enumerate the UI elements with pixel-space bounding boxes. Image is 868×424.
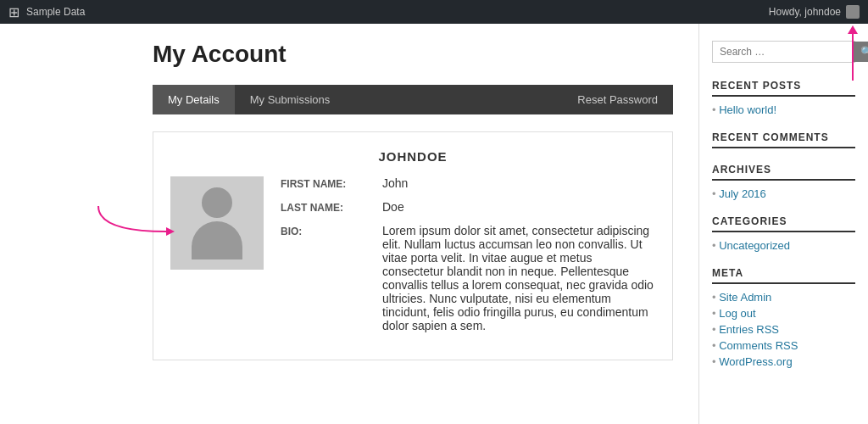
arrow-up-line-icon: [852, 34, 854, 81]
sidebar: 🔍 RECENT POSTS Hello world! RECENT COMME…: [698, 24, 868, 424]
sidebar-link-hello-world[interactable]: Hello world!: [712, 103, 855, 116]
sidebar-section-title-archives: ARCHIVES: [712, 164, 855, 181]
search-input[interactable]: [713, 42, 854, 62]
sidebar-section-title-meta: META: [712, 267, 855, 284]
sidebar-link-july-2016[interactable]: July 2016: [712, 187, 855, 200]
main-wrapper: My Account My Details My Submissions Res…: [0, 24, 868, 424]
sidebar-link-uncategorized[interactable]: Uncategorized: [712, 239, 855, 252]
field-row-bio: BIO: Lorem ipsum dolor sit amet, consect…: [281, 224, 655, 332]
avatar[interactable]: [846, 5, 860, 19]
tabs-bar: My Details My Submissions Reset Password: [153, 85, 673, 114]
curved-arrow-icon: [94, 202, 175, 236]
content-area: My Account My Details My Submissions Res…: [0, 24, 698, 424]
tab-my-submissions[interactable]: My Submissions: [235, 85, 346, 114]
field-label-lastname: LAST NAME:: [281, 200, 382, 214]
avatar-box: [170, 176, 264, 270]
sidebar-section-title-categories: CATEGORIES: [712, 215, 855, 232]
tab-spacer: [345, 85, 562, 114]
sidebar-link-wordpress-org[interactable]: WordPress.org: [712, 355, 855, 368]
field-value-bio: Lorem ipsum dolor sit amet, consectetur …: [382, 224, 655, 332]
tab-reset-password[interactable]: Reset Password: [562, 85, 673, 114]
sidebar-link-log-out[interactable]: Log out: [712, 307, 855, 320]
sidebar-link-comments-rss[interactable]: Comments RSS: [712, 339, 855, 352]
search-box: 🔍: [712, 41, 855, 63]
arrow-up-tip-icon: [848, 25, 858, 34]
sidebar-link-entries-rss[interactable]: Entries RSS: [712, 323, 855, 336]
sidebar-section-title-recent-comments: RECENT COMMENTS: [712, 131, 855, 148]
page-title: My Account: [153, 41, 673, 68]
field-value-firstname: John: [382, 176, 655, 190]
field-row-firstname: FIRST NAME: John: [281, 176, 655, 190]
profile-username: JOHNDOE: [170, 149, 655, 164]
profile-inner: FIRST NAME: John LAST NAME: Doe BIO: Lor…: [170, 176, 655, 343]
svg-marker-0: [166, 227, 175, 236]
field-label-bio: BIO:: [281, 224, 382, 332]
silhouette-head: [202, 187, 232, 218]
profile-card: JOHNDOE: [153, 131, 673, 360]
admin-bar-right: Howdy, johndoe: [769, 5, 860, 19]
wordpress-logo-icon: ⊞: [8, 4, 19, 20]
sidebar-section-archives: ARCHIVES July 2016: [712, 164, 855, 200]
field-value-lastname: Doe: [382, 200, 655, 214]
field-label-firstname: FIRST NAME:: [281, 176, 382, 190]
sidebar-section-recent-comments: RECENT COMMENTS: [712, 131, 855, 148]
field-row-lastname: LAST NAME: Doe: [281, 200, 655, 214]
silhouette-body: [192, 221, 242, 259]
tab-my-details[interactable]: My Details: [153, 85, 235, 114]
profile-fields: FIRST NAME: John LAST NAME: Doe BIO: Lor…: [281, 176, 655, 343]
avatar-container: [170, 176, 264, 343]
left-arrow-annotation: [94, 202, 175, 239]
admin-bar: ⊞ Sample Data Howdy, johndoe: [0, 0, 868, 24]
arrow-top-right-annotation: [848, 25, 858, 81]
avatar-silhouette: [192, 187, 242, 259]
howdy-text: Howdy, johndoe: [769, 6, 841, 18]
sidebar-section-recent-posts: RECENT POSTS Hello world!: [712, 80, 855, 116]
admin-bar-left: ⊞ Sample Data: [8, 4, 85, 20]
sidebar-section-meta: META Site Admin Log out Entries RSS Comm…: [712, 267, 855, 368]
site-name[interactable]: Sample Data: [26, 6, 85, 18]
sidebar-link-site-admin[interactable]: Site Admin: [712, 291, 855, 304]
sidebar-section-categories: CATEGORIES Uncategorized: [712, 215, 855, 252]
sidebar-section-title-recent-posts: RECENT POSTS: [712, 80, 855, 97]
